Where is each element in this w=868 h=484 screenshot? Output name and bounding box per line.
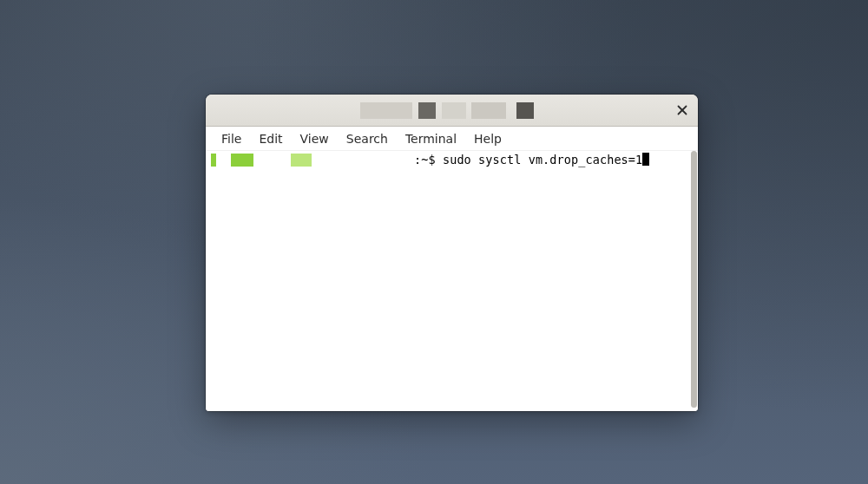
prompt-and-command: :~$ sudo sysctl vm.drop_caches=1 <box>414 153 649 167</box>
text-cursor <box>642 153 649 166</box>
close-button[interactable] <box>667 95 698 127</box>
menu-file[interactable]: File <box>213 129 250 148</box>
terminal-window: File Edit View Search Terminal Help :~$ … <box>206 95 698 411</box>
prompt-redacted <box>211 154 216 167</box>
title-redacted <box>516 102 534 119</box>
prompt-line: :~$ sudo sysctl vm.drop_caches=1 <box>211 153 687 167</box>
prompt-suffix: :~$ <box>414 153 443 167</box>
scrollbar[interactable] <box>691 151 697 408</box>
prompt-redacted <box>231 154 253 167</box>
terminal-area[interactable]: :~$ sudo sysctl vm.drop_caches=1 <box>206 151 698 411</box>
close-icon <box>677 105 687 115</box>
menubar: File Edit View Search Terminal Help <box>206 127 698 151</box>
menu-search[interactable]: Search <box>338 129 397 148</box>
window-titlebar[interactable] <box>206 95 698 127</box>
menu-view[interactable]: View <box>292 129 338 148</box>
menu-edit[interactable]: Edit <box>250 129 291 148</box>
menu-terminal[interactable]: Terminal <box>397 129 465 148</box>
title-redacted <box>418 102 436 119</box>
title-redacted <box>471 102 506 119</box>
prompt-redacted <box>291 154 312 167</box>
title-redacted <box>442 102 466 119</box>
command-text: sudo sysctl vm.drop_caches=1 <box>443 153 642 167</box>
menu-help[interactable]: Help <box>465 129 510 148</box>
title-redacted <box>360 102 412 119</box>
